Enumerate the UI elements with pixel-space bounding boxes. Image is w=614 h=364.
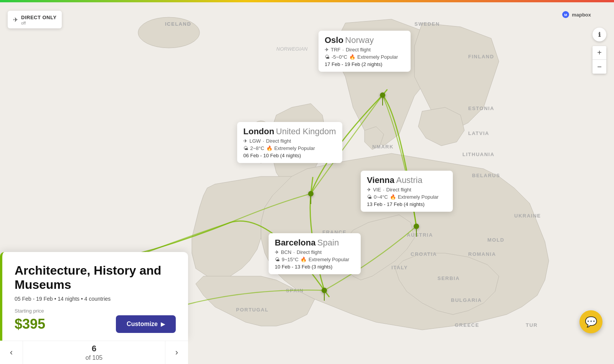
vienna-flight-info: ✈ VIE · Direct flight: [367, 187, 447, 193]
info-button[interactable]: ℹ: [593, 28, 606, 41]
trip-card: Architecture, History and Museums 05 Feb…: [0, 252, 188, 341]
popup-london: London United Kingdom ✈ LGW · Direct fli…: [237, 122, 342, 163]
price-row: $395 Customize ▶: [15, 315, 176, 333]
barcelona-country: Spain: [317, 238, 339, 247]
svg-point-1: [138, 17, 200, 48]
london-dates: 06 Feb - 10 Feb (4 nights): [243, 153, 336, 158]
dot-vienna: [414, 224, 419, 229]
vienna-name: Vienna: [367, 175, 394, 185]
vienna-country: Austria: [396, 175, 422, 185]
customize-button[interactable]: Customize ▶: [116, 315, 176, 333]
trip-price: $395: [15, 316, 45, 332]
oslo-name: Oslo: [325, 35, 343, 45]
barcelona-plane-icon: ✈: [275, 249, 279, 255]
info-icon: ℹ: [598, 31, 601, 38]
nav-current: 6: [23, 344, 165, 354]
navigation-bar: ‹ 6 of 105 ›: [0, 341, 188, 364]
direct-only-toggle[interactable]: ✈ DIRECT ONLY off: [8, 11, 62, 28]
mapbox-icon: M: [562, 11, 569, 18]
popup-barcelona: Barcelona Spain ✈ BCN · Direct flight 🌤 …: [269, 233, 361, 274]
london-plane-icon: ✈: [243, 138, 248, 144]
chat-button[interactable]: 💬: [579, 310, 602, 333]
trip-title: Architecture, History and Museums: [15, 264, 176, 292]
oslo-flight-info: ✈ TRF · Direct flight: [325, 47, 404, 53]
vienna-weather: 🌤 0~4°C 🔥 Extremely Popular: [367, 194, 447, 200]
chat-icon: 💬: [585, 316, 597, 328]
barcelona-weather: 🌤 9~15°C 🔥 Extremely Popular: [275, 257, 355, 262]
oslo-plane-icon: ✈: [325, 47, 329, 53]
trip-meta: 05 Feb - 19 Feb • 14 nights • 4 countrie…: [15, 296, 176, 302]
popup-oslo: Oslo Norway ✈ TRF · Direct flight 🌤 -5~0…: [319, 31, 411, 72]
svg-text:M: M: [564, 13, 567, 17]
dot-london: [308, 191, 314, 196]
london-flight-info: ✈ LGW · Direct flight: [243, 138, 336, 144]
prev-button[interactable]: ‹: [0, 341, 23, 364]
london-name: London: [243, 127, 274, 136]
zoom-out-button[interactable]: −: [593, 60, 606, 74]
direct-only-label: DIRECT ONLY: [21, 15, 56, 20]
nav-total: of 105: [86, 354, 102, 361]
zoom-in-button[interactable]: +: [593, 46, 606, 60]
next-button[interactable]: ›: [165, 341, 188, 364]
nav-counter: 6 of 105: [23, 344, 165, 362]
zoom-controls: + −: [593, 46, 606, 74]
oslo-cloud-icon: 🌤: [325, 54, 330, 60]
barcelona-dates: 10 Feb - 13 Feb (3 nights): [275, 264, 355, 270]
plane-icon: ✈: [13, 16, 18, 23]
vienna-cloud-icon: 🌤: [367, 194, 372, 200]
oslo-weather: 🌤 -5~0°C 🔥 Extremely Popular: [325, 54, 404, 60]
dot-oslo: [380, 92, 385, 98]
customize-arrow-icon: ▶: [161, 321, 165, 327]
barcelona-flight-info: ✈ BCN · Direct flight: [275, 249, 355, 255]
vienna-dates: 13 Feb - 17 Feb (4 nights): [367, 201, 447, 207]
barcelona-cloud-icon: 🌤: [275, 257, 280, 262]
oslo-dates: 17 Feb - 19 Feb (2 nights): [325, 61, 404, 67]
left-panel: Architecture, History and Museums 05 Feb…: [0, 252, 188, 364]
popup-vienna: Vienna Austria ✈ VIE · Direct flight 🌤 0…: [361, 171, 453, 212]
oslo-country: Norway: [345, 35, 374, 45]
vienna-plane-icon: ✈: [367, 187, 371, 193]
london-cloud-icon: 🌤: [243, 145, 248, 151]
direct-only-status: off: [21, 21, 56, 25]
london-country: United Kingdom: [276, 127, 336, 136]
price-section: Starting price $395 Customize ▶: [15, 308, 176, 333]
london-weather: 🌤 2~8°C 🔥 Extremely Popular: [243, 145, 336, 151]
barcelona-name: Barcelona: [275, 238, 315, 247]
mapbox-logo: M mapbox: [562, 11, 591, 18]
dot-barcelona: [322, 288, 327, 293]
starting-price-label: Starting price: [15, 308, 176, 314]
progress-bar: [0, 0, 614, 2]
